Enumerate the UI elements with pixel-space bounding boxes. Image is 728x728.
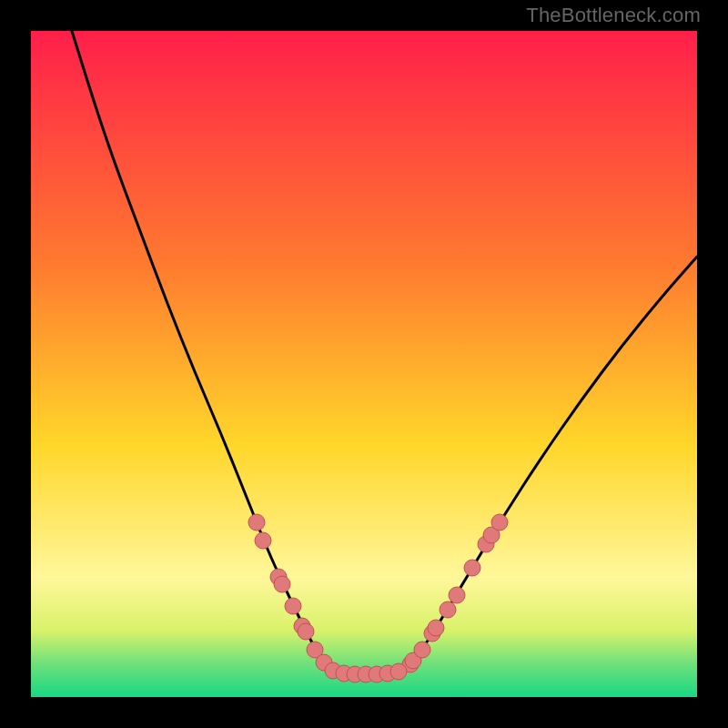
bottleneck-curve-chart — [31, 31, 697, 697]
plot-area — [31, 31, 697, 697]
data-dot — [248, 514, 265, 531]
data-dot — [414, 642, 430, 658]
data-dot — [390, 663, 407, 680]
watermark-text: TheBottleneck.com — [526, 4, 701, 27]
gradient-background — [31, 31, 697, 697]
data-dot — [449, 587, 465, 603]
data-dot — [285, 598, 301, 614]
chart-frame: TheBottleneck.com — [0, 0, 728, 728]
data-dot — [428, 620, 444, 636]
data-dot — [440, 602, 456, 618]
data-dot — [255, 532, 271, 549]
data-dot — [298, 623, 314, 640]
data-dot — [464, 560, 480, 576]
data-dot — [491, 514, 508, 531]
data-dot — [274, 576, 290, 592]
